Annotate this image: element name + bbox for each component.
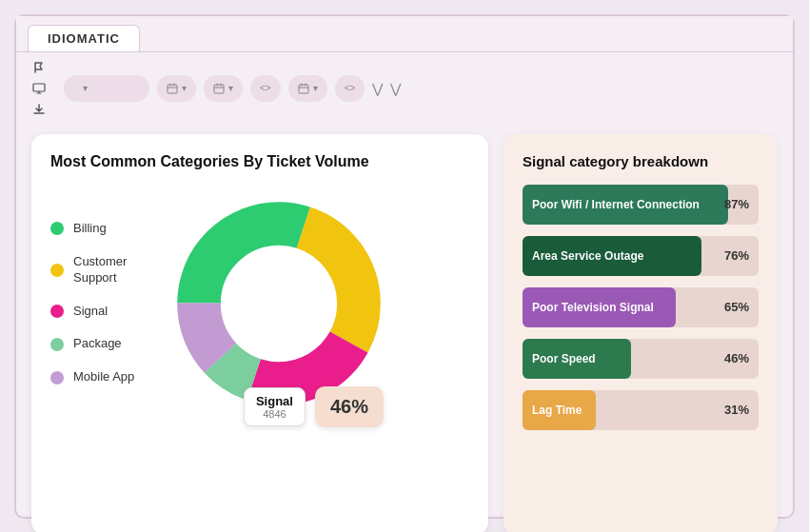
chart-tooltip: Signal 4846 46% xyxy=(244,386,384,427)
chart-body: Billing Customer Support Signal Package xyxy=(50,189,469,418)
content-area: Most Common Categories By Ticket Volume … xyxy=(16,125,793,533)
monitor-icon[interactable] xyxy=(31,81,47,96)
mobile-app-dot xyxy=(50,371,64,384)
toolbar-controls: ▾ ▾ ▾ <> xyxy=(64,75,778,102)
customer-support-dot xyxy=(50,264,64,277)
bar-label-tv: Poor Television Signal xyxy=(532,301,654,314)
calendar-control-3[interactable]: ▾ xyxy=(288,75,327,102)
bar-fill-lag: Lag Time xyxy=(523,390,596,430)
bar-label-outage: Area Service Outage xyxy=(532,249,643,263)
svg-point-10 xyxy=(222,246,336,361)
tooltip-category: Signal xyxy=(256,394,293,408)
tooltip-volume: 4846 xyxy=(256,408,293,420)
download-icon[interactable] xyxy=(31,102,47,117)
bar-pct-outage: 76% xyxy=(724,248,749,263)
tooltip-percentage: 46% xyxy=(315,386,384,427)
donut-chart-card: Most Common Categories By Ticket Volume … xyxy=(31,134,488,533)
svg-rect-2 xyxy=(214,85,224,93)
chart-title: Most Common Categories By Ticket Volume xyxy=(50,153,469,170)
tooltip-label: Signal 4846 xyxy=(244,387,306,426)
legend-item-package: Package xyxy=(50,336,146,352)
tab-idiomatic[interactable]: IDIOMATIC xyxy=(28,25,140,51)
legend-item-billing: Billing xyxy=(50,221,146,237)
legend-item-customer-support: Customer Support xyxy=(50,254,146,286)
calendar-control-2[interactable]: ▾ xyxy=(204,75,243,102)
legend-item-mobile-app: Mobile App xyxy=(50,369,146,385)
code-control-1[interactable]: <> xyxy=(250,75,281,102)
bar-pct-speed: 46% xyxy=(724,351,749,365)
toolbar: ▾ ▾ ▾ <> xyxy=(16,52,793,125)
filter-icon-1[interactable]: ⋁ xyxy=(372,81,383,96)
flag-icon[interactable] xyxy=(31,60,47,75)
svg-rect-3 xyxy=(299,85,308,93)
bar-row-lag: Lag Time 31% xyxy=(523,390,759,430)
bar-label-speed: Poor Speed xyxy=(532,352,596,365)
chevron-down-icon-2: ▾ xyxy=(182,83,187,93)
chevron-down-icon-4: ▾ xyxy=(313,83,318,93)
bar-row-outage: Area Service Outage 76% xyxy=(523,236,759,276)
bar-container-wifi: Poor Wifi / Internet Connection 87% xyxy=(523,185,759,225)
svg-rect-1 xyxy=(168,85,177,93)
billing-label: Billing xyxy=(73,221,107,237)
outer-window: IDIOMATIC xyxy=(14,14,795,519)
filter-icon-2[interactable]: ⋁ xyxy=(390,81,401,96)
breakdown-card: Signal category breakdown Poor Wifi / In… xyxy=(503,134,778,533)
signal-label: Signal xyxy=(73,304,108,320)
bar-fill-outage: Area Service Outage xyxy=(523,236,701,276)
chevron-down-icon-1: ▾ xyxy=(83,83,88,93)
bar-row-speed: Poor Speed 46% xyxy=(523,339,759,379)
donut-svg xyxy=(165,189,393,418)
legend-item-signal: Signal xyxy=(50,304,146,320)
code-control-2[interactable]: <> xyxy=(335,75,365,102)
bar-label-lag: Lag Time xyxy=(532,404,582,417)
chevron-down-icon-3: ▾ xyxy=(228,83,233,93)
calendar-control-1[interactable]: ▾ xyxy=(157,75,196,102)
bar-pct-tv: 65% xyxy=(724,300,749,314)
svg-rect-0 xyxy=(33,84,45,91)
breakdown-title: Signal category breakdown xyxy=(523,153,759,169)
bar-container-tv: Poor Television Signal 65% xyxy=(523,287,759,327)
filter-dropdown-1[interactable]: ▾ xyxy=(64,75,149,102)
package-dot xyxy=(50,338,64,351)
bar-pct-lag: 31% xyxy=(724,403,749,417)
bar-fill-wifi: Poor Wifi / Internet Connection xyxy=(523,185,728,225)
bar-label-wifi: Poor Wifi / Internet Connection xyxy=(532,198,700,211)
bar-fill-speed: Poor Speed xyxy=(523,339,631,379)
bar-container-lag: Lag Time 31% xyxy=(523,390,759,430)
bar-row-tv: Poor Television Signal 65% xyxy=(523,287,759,327)
bar-pct-wifi: 87% xyxy=(724,197,749,211)
billing-dot xyxy=(50,222,64,235)
mobile-app-label: Mobile App xyxy=(73,369,134,385)
code-icon-2: <> xyxy=(345,83,356,93)
toolbar-left-icons xyxy=(31,60,47,117)
bar-row-wifi: Poor Wifi / Internet Connection 87% xyxy=(523,185,759,225)
bar-fill-tv: Poor Television Signal xyxy=(523,287,676,327)
bar-container-outage: Area Service Outage 76% xyxy=(523,236,759,276)
signal-dot xyxy=(50,305,64,318)
customer-support-label: Customer Support xyxy=(73,254,127,286)
code-icon-1: <> xyxy=(260,83,271,93)
bar-container-speed: Poor Speed 46% xyxy=(523,339,759,379)
chart-legend: Billing Customer Support Signal Package xyxy=(50,221,146,385)
donut-chart: Signal 4846 46% xyxy=(165,189,393,418)
tab-bar: IDIOMATIC xyxy=(16,16,793,52)
package-label: Package xyxy=(73,336,122,352)
